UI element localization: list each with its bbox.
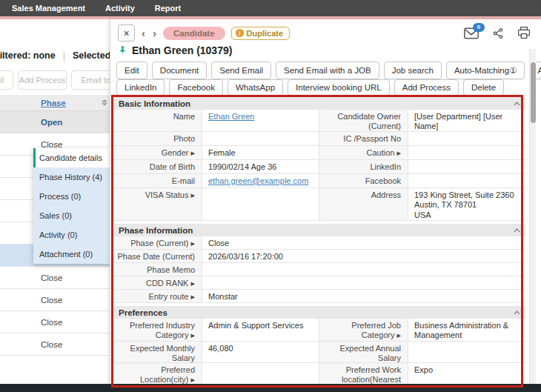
field-value: 1990/02/14 Age 36 [202,160,319,173]
menu-item-sales[interactable]: Sales (0) [33,206,110,225]
scrollbar-track[interactable] [529,49,536,384]
pin-icon [118,46,127,56]
nav-sales-management[interactable]: Sales Management [12,4,85,13]
page-title: Ethan Green (10379) [132,44,232,56]
menu-item-process[interactable]: Process (0) [33,187,110,206]
field-label: Expected Annual Salary [319,342,408,362]
table-header: Phase Phase Date [0,95,110,111]
section-title: Basic Information [119,99,190,108]
field-label: LinkedIn [319,160,408,173]
field-label: Date of Birth [113,160,202,173]
field-value [408,160,525,173]
add-process-button-disabled[interactable]: Add Process [18,70,67,90]
section-header: Phase Information [113,224,525,236]
duplicate-badge[interactable]: ! Duplicate [231,27,291,40]
field-value: 2026/03/16 17:20:00 [202,250,525,262]
table-row[interactable]: Close [0,333,110,356]
linkedin-button[interactable]: LinkedIn [116,79,165,96]
panel-header: × ‹ › Candidate ! Duplicate 0 [118,24,531,41]
facebook-button[interactable]: Facebook [169,79,223,96]
field-value [202,276,525,289]
candidate-detail-panel: × ‹ › Candidate ! Duplicate 0 [110,19,541,392]
table-row[interactable]: Close [0,311,110,333]
action-button-row-2: LinkedIn Facebook WhatsApp Interview boo… [116,79,504,96]
email-link[interactable]: ethan.green@example.com [208,176,308,185]
menu-item-phase-history[interactable]: Phase History (4) [33,167,110,187]
field-label: Expected Monthly Salary [113,342,202,362]
mail-count-badge: 0 [473,23,485,32]
candidate-name-link[interactable]: Ethan Green [208,112,254,121]
field-value [408,146,525,159]
phase-cell: Close [41,273,62,282]
send-email-with-job-button[interactable]: Send Email with a JOB [276,62,379,79]
detail-sections: Basic Information Name Ethan Green Candi… [113,97,525,392]
field-label: Facebook [319,174,408,187]
section-basic-information: Basic Information Name Ethan Green Candi… [113,97,525,221]
auto-matching-1-button[interactable]: Auto-Matching① [446,62,525,79]
field-label: Gender ▸ [113,146,202,159]
field-value [408,132,525,145]
divider: | [63,50,65,61]
section-header: Basic Information [113,97,525,110]
scrollbar-thumb[interactable] [531,62,536,123]
candidate-title: Ethan Green (10379) [118,44,232,56]
field-value: Business Administration & Management [408,319,525,341]
mail-icon[interactable]: 0 [464,27,479,39]
menu-item-attachment[interactable]: Attachment (0) [33,245,110,264]
field-label: Candidate Owner (Current) [319,110,408,131]
field-value: Ethan Green [202,110,319,131]
collapse-chevron-icon[interactable] [514,228,520,233]
field-label: E-mail [113,174,202,187]
field-value: ethan.green@example.com [202,174,319,187]
delete-button[interactable]: Delete [463,79,504,96]
send-email-button[interactable]: Send Email [211,62,271,79]
collapse-chevron-icon[interactable] [514,310,520,315]
collapse-chevron-icon[interactable] [514,102,520,106]
section-preferences: Preferences Preferred Industry Category … [113,306,525,392]
field-label: Phase (Current) ▸ [113,236,202,249]
nav-report[interactable]: Report [155,4,181,13]
field-value: [User Department] [User Name] [408,110,525,131]
table-row[interactable]: Close [0,267,110,289]
field-label: VISA Status ▸ [113,188,202,220]
duplicate-badge-label: Duplicate [247,29,284,38]
column-header-phase[interactable]: Phase [41,99,66,107]
field-value: Female [202,146,319,159]
action-button-row-1: Edit Document Send Email Send Email with… [116,62,541,79]
top-nav: Sales Management Activity Report [0,0,541,16]
table-row[interactable]: Open [0,111,110,133]
section-header: Preferences [113,306,525,319]
document-button[interactable]: Document [152,62,207,79]
prev-record-icon[interactable]: ‹ [141,27,146,39]
field-label: CDD RANK ▸ [113,276,202,289]
field-value: 193 King Street, Suite 2360 Austin, TX 7… [408,188,525,220]
field-value [202,263,525,276]
field-label: Caution ▸ [319,146,408,159]
sort-icon[interactable] [102,99,107,106]
bottom-bar [0,384,541,392]
whatsapp-button[interactable]: WhatsApp [228,79,283,96]
field-value: Admin & Support Services [202,319,319,341]
field-label: Address [319,188,408,220]
warning-icon: ! [236,29,244,37]
field-label: Entry route ▸ [113,290,202,302]
field-value [408,174,525,187]
close-button[interactable]: × [118,24,135,41]
next-record-icon[interactable]: › [152,27,157,39]
send-email-button-disabled[interactable]: Send Email [0,70,13,90]
add-process-button[interactable]: Add Process [394,79,459,96]
field-label: Photo [113,132,202,145]
interview-booking-url-button[interactable]: Interview booking URL [288,79,390,96]
menu-item-candidate-details[interactable]: Candidate details [33,148,110,167]
field-value: 46,080 [202,342,319,362]
menu-item-activity[interactable]: Activity (0) [33,225,110,245]
job-search-button[interactable]: Job search [384,62,442,79]
share-icon[interactable] [492,27,504,39]
table-row[interactable]: Close [0,289,110,311]
edit-button[interactable]: Edit [116,62,147,79]
print-icon[interactable] [517,27,531,39]
nav-activity[interactable]: Activity [105,4,135,13]
section-title: Preferences [119,308,167,317]
section-phase-information: Phase Information Phase (Current) ▸ Clos… [113,224,525,303]
phase-cell: Open [41,118,62,127]
